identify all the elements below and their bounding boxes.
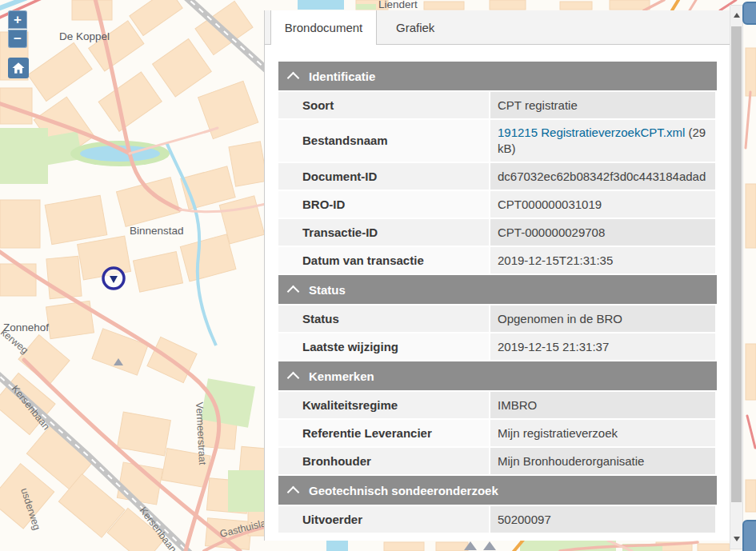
table-row: Kwaliteitsregime IMBRO xyxy=(278,392,717,418)
blue-corner-bottom xyxy=(742,520,756,551)
chevron-up-icon xyxy=(287,71,300,84)
section-title: Kenmerken xyxy=(309,369,374,383)
section-header-identificatie[interactable]: Identificatie xyxy=(278,62,717,90)
table-row: BRO-ID CPT000000031019 xyxy=(278,191,717,218)
scroll-down-button[interactable] xyxy=(730,531,742,547)
table-row: Bronhouder Mijn Bronhouderorganisatie xyxy=(278,448,717,474)
row-label: Document-ID xyxy=(278,163,489,190)
row-value: Opgenomen in de BRO xyxy=(490,305,715,332)
tab-bar: Brondocument Grafiek xyxy=(265,10,730,45)
map-label-binnenstad: Binnenstad xyxy=(130,225,184,237)
table-row: Laatste wijziging 2019-12-15 21:31:37 xyxy=(278,333,717,360)
detail-panel: Brondocument Grafiek Identificatie Soort… xyxy=(264,10,730,541)
section-header-status[interactable]: Status xyxy=(278,275,717,304)
table-row: Document-ID dc67032ec62b08342f3d0c443184… xyxy=(278,163,717,190)
chevron-up-icon xyxy=(287,285,300,297)
home-icon xyxy=(11,61,26,75)
row-label: BRO-ID xyxy=(278,191,489,218)
row-label: Kwaliteitsregime xyxy=(278,392,489,418)
blue-corner-top xyxy=(742,2,756,25)
scrollbar-thumb[interactable] xyxy=(731,26,742,502)
row-value: IMBRO xyxy=(490,392,715,418)
table-row: Bestandsnaam 191215 RegistratieverzoekCP… xyxy=(278,120,717,162)
row-value: 2019-12-15T21:31:35 xyxy=(490,247,715,274)
tab-brondocument[interactable]: Brondocument xyxy=(270,10,377,45)
arrow-up-icon xyxy=(734,13,740,18)
table-row: Datum van transactie 2019-12-15T21:31:35 xyxy=(278,247,717,274)
table-row: Referentie Leverancier Mijn registratiev… xyxy=(278,420,717,446)
row-value: CPT000000031019 xyxy=(490,191,715,218)
panel-scrollbar[interactable] xyxy=(730,5,743,549)
chevron-up-icon xyxy=(287,485,300,498)
row-label: Referentie Leverancier xyxy=(278,420,489,446)
table-row: Soort CPT registratie xyxy=(278,92,717,118)
row-label: Datum van transactie xyxy=(278,247,489,274)
row-value: 191215 RegistratieverzoekCPT.xml (29 kB) xyxy=(490,120,715,162)
table-row: Transactie-ID CPT-000000029708 xyxy=(278,219,717,246)
chevron-up-icon xyxy=(287,371,300,384)
table-row: Uitvoerder 50200097 xyxy=(278,506,717,533)
section-title: Geotechnisch sondeeronderzoek xyxy=(309,484,498,497)
map-label-de-koppel: De Koppel xyxy=(59,30,110,42)
table-row: Status Opgenomen in de BRO xyxy=(278,305,717,332)
row-label: Soort xyxy=(278,92,489,118)
section-header-kenmerken[interactable]: Kenmerken xyxy=(278,361,717,390)
section-header-geotechnisch-sondeeronderzoek[interactable]: Geotechnisch sondeeronderzoek xyxy=(278,476,717,505)
scroll-up-button[interactable] xyxy=(730,7,742,23)
row-label: Bestandsnaam xyxy=(278,120,489,162)
row-value: Mijn registratieverzoek xyxy=(490,420,715,446)
zoom-out-button[interactable]: − xyxy=(8,30,27,48)
arrow-down-icon xyxy=(734,537,740,541)
row-value: 2019-12-15 21:31:37 xyxy=(490,333,715,360)
row-value: CPT registratie xyxy=(490,92,715,118)
row-value: dc67032ec62b08342f3d0c443184adad xyxy=(490,163,715,190)
home-button[interactable] xyxy=(8,58,29,78)
row-value: CPT-000000029708 xyxy=(490,219,715,246)
row-label: Status xyxy=(278,305,489,332)
row-label: Uitvoerder xyxy=(278,506,489,533)
section-title: Status xyxy=(309,283,346,297)
panel-content: Identificatie Soort CPT registratie Best… xyxy=(265,45,730,541)
tab-grafiek[interactable]: Grafiek xyxy=(377,10,484,44)
bestandsnaam-file-link[interactable]: 191215 RegistratieverzoekCPT.xml xyxy=(498,126,685,139)
map-label-liendert: Liendert xyxy=(378,0,418,10)
section-title: Identificatie xyxy=(309,70,375,83)
row-label: Laatste wijziging xyxy=(278,333,489,360)
zoom-in-button[interactable]: + xyxy=(8,10,27,29)
row-value: 50200097 xyxy=(490,506,715,533)
row-label: Transactie-ID xyxy=(278,219,489,246)
row-label: Bronhouder xyxy=(278,448,489,474)
row-value: Mijn Bronhouderorganisatie xyxy=(490,448,715,474)
map-marker[interactable] xyxy=(103,268,124,289)
